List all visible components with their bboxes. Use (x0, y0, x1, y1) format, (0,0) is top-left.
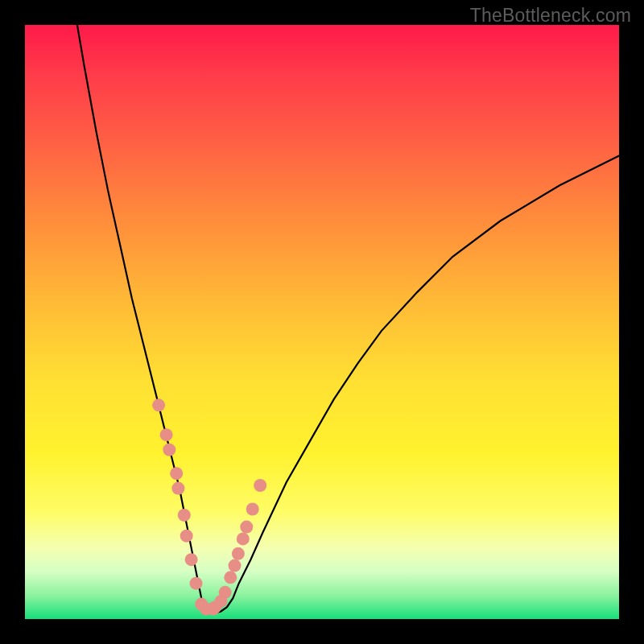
chart-frame: TheBottleneck.com (0, 0, 644, 644)
marker-dot (178, 509, 191, 522)
marker-dot (180, 530, 193, 543)
marker-dot (171, 482, 184, 495)
curve-line (77, 25, 619, 613)
marker-dot (190, 577, 203, 590)
marker-dot (170, 467, 183, 480)
chart-svg (25, 25, 619, 619)
marker-dot (163, 444, 175, 456)
marker-dot (237, 532, 250, 545)
marker-dot (219, 586, 232, 599)
marker-dot (240, 521, 253, 534)
curve-markers (152, 398, 266, 615)
marker-dot (232, 547, 245, 560)
marker-dot (224, 571, 237, 584)
marker-dot (185, 553, 198, 566)
watermark-text: TheBottleneck.com (470, 5, 631, 27)
marker-dot (152, 398, 165, 411)
marker-dot (246, 503, 259, 516)
marker-dot (229, 559, 242, 572)
marker-dot (254, 479, 266, 492)
plot-area (25, 25, 619, 619)
marker-dot (160, 428, 173, 441)
